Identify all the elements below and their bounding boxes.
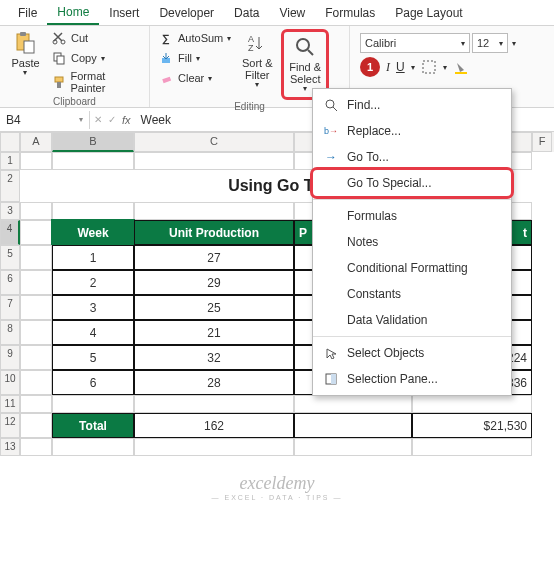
blank-icon xyxy=(323,312,339,328)
table-cell[interactable]: 27 xyxy=(134,245,294,270)
fill-button[interactable]: Fill▾ xyxy=(156,49,233,67)
svg-rect-14 xyxy=(423,61,435,73)
menu-find[interactable]: Find... xyxy=(313,92,511,118)
menu-replace[interactable]: b→Replace... xyxy=(313,118,511,144)
menu-conditional-formatting[interactable]: Conditional Formatting xyxy=(313,255,511,281)
col-header-b[interactable]: B xyxy=(52,132,134,152)
table-cell[interactable]: 28 xyxy=(134,370,294,395)
tab-home[interactable]: Home xyxy=(47,1,99,25)
menu-notes[interactable]: Notes xyxy=(313,229,511,255)
total-units[interactable]: 162 xyxy=(134,413,294,438)
svg-rect-6 xyxy=(57,56,64,64)
total-cost[interactable]: $21,530 xyxy=(412,413,532,438)
goto-icon: → xyxy=(323,149,339,165)
tab-formulas[interactable]: Formulas xyxy=(315,2,385,24)
tab-file[interactable]: File xyxy=(8,2,47,24)
menu-constants[interactable]: Constants xyxy=(313,281,511,307)
table-cell[interactable]: 2 xyxy=(52,270,134,295)
row-header[interactable]: 8 xyxy=(0,320,20,345)
badge-1: 1 xyxy=(360,57,380,77)
row-header[interactable]: 13 xyxy=(0,438,20,456)
row-header[interactable]: 9 xyxy=(0,345,20,370)
tab-data[interactable]: Data xyxy=(224,2,269,24)
italic-button[interactable]: I xyxy=(386,60,390,75)
table-cell[interactable]: 29 xyxy=(134,270,294,295)
chevron-down-icon: ▾ xyxy=(255,81,259,90)
cell-b4[interactable]: Week xyxy=(52,220,134,245)
border-button[interactable] xyxy=(421,59,437,75)
group-clipboard: Paste ▾ Cut Copy ▾ Format Painter C xyxy=(0,26,150,107)
tab-page-layout[interactable]: Page Layout xyxy=(385,2,472,24)
select-all-corner[interactable] xyxy=(0,132,20,152)
table-cell[interactable]: 5 xyxy=(52,345,134,370)
col-header-c[interactable]: C xyxy=(134,132,294,152)
table-cell[interactable]: 6 xyxy=(52,370,134,395)
table-cell[interactable]: 21 xyxy=(134,320,294,345)
clear-icon xyxy=(158,70,174,86)
menu-selection-pane[interactable]: Selection Pane... xyxy=(313,366,511,392)
autosum-button[interactable]: ∑ AutoSum▾ xyxy=(156,29,233,47)
menu-goto[interactable]: →Go To... xyxy=(313,144,511,170)
col-header-f[interactable]: F xyxy=(532,132,552,152)
row-header[interactable]: 6 xyxy=(0,270,20,295)
table-cell[interactable]: 4 xyxy=(52,320,134,345)
enter-icon[interactable]: ✓ xyxy=(108,114,116,125)
blank-icon xyxy=(323,234,339,250)
row-header[interactable]: 3 xyxy=(0,202,20,220)
cut-button[interactable]: Cut xyxy=(49,29,143,47)
blank-icon xyxy=(323,175,339,191)
menu-separator xyxy=(313,336,511,337)
row-header[interactable]: 2 xyxy=(0,170,20,202)
svg-rect-1 xyxy=(20,32,26,36)
col-header-a[interactable]: A xyxy=(20,132,52,152)
underline-button[interactable]: U xyxy=(396,60,405,74)
find-select-menu: Find... b→Replace... →Go To... Go To Spe… xyxy=(312,88,512,396)
chevron-down-icon: ▾ xyxy=(512,39,516,48)
menu-select-objects[interactable]: Select Objects xyxy=(313,340,511,366)
svg-rect-8 xyxy=(57,82,61,88)
fx-icon[interactable]: fx xyxy=(122,114,131,126)
format-painter-button[interactable]: Format Painter xyxy=(49,69,143,95)
tab-view[interactable]: View xyxy=(269,2,315,24)
chevron-down-icon: ▾ xyxy=(23,69,27,78)
menu-goto-special[interactable]: Go To Special... xyxy=(313,170,511,196)
name-box[interactable]: B4▾ xyxy=(0,111,90,129)
row-header[interactable]: 1 xyxy=(0,152,20,170)
font-name-combo[interactable]: Calibri▾ xyxy=(360,33,470,53)
svg-rect-10 xyxy=(162,77,171,83)
row-header[interactable]: 10 xyxy=(0,370,20,395)
row-header[interactable]: 7 xyxy=(0,295,20,320)
svg-point-16 xyxy=(326,100,334,108)
table-header[interactable]: Unit Production xyxy=(134,220,294,245)
ribbon-tabs: File Home Insert Developer Data View For… xyxy=(0,0,554,26)
row-header[interactable]: 5 xyxy=(0,245,20,270)
row-header[interactable]: 12 xyxy=(0,413,20,438)
paste-icon xyxy=(13,31,37,55)
table-cell[interactable]: 1 xyxy=(52,245,134,270)
table-cell[interactable]: 25 xyxy=(134,295,294,320)
table-cell[interactable] xyxy=(294,413,412,438)
tab-insert[interactable]: Insert xyxy=(99,2,149,24)
font-size-combo[interactable]: 12▾ xyxy=(472,33,508,53)
clear-button[interactable]: Clear▾ xyxy=(156,69,233,87)
replace-icon: b→ xyxy=(323,123,339,139)
copy-button[interactable]: Copy ▾ xyxy=(49,49,143,67)
find-icon xyxy=(323,97,339,113)
menu-formulas[interactable]: Formulas xyxy=(313,203,511,229)
total-label[interactable]: Total xyxy=(52,413,134,438)
tab-developer[interactable]: Developer xyxy=(149,2,224,24)
fill-color-button[interactable] xyxy=(453,59,469,75)
paste-button[interactable]: Paste ▾ xyxy=(6,29,45,80)
row-header[interactable]: 11 xyxy=(0,395,20,413)
cancel-icon[interactable]: ✕ xyxy=(94,114,102,125)
sort-filter-button[interactable]: AZ Sort & Filter ▾ xyxy=(237,29,277,92)
find-select-button[interactable]: Find & Select ▾ xyxy=(285,33,325,96)
row-header[interactable]: 4 xyxy=(0,220,20,245)
table-cell[interactable]: 32 xyxy=(134,345,294,370)
menu-data-validation[interactable]: Data Validation xyxy=(313,307,511,333)
chevron-down-icon: ▾ xyxy=(101,54,105,63)
fill-icon xyxy=(158,50,174,66)
table-cell[interactable]: 3 xyxy=(52,295,134,320)
cursor-icon xyxy=(323,345,339,361)
formula-input[interactable]: Week xyxy=(137,111,175,129)
